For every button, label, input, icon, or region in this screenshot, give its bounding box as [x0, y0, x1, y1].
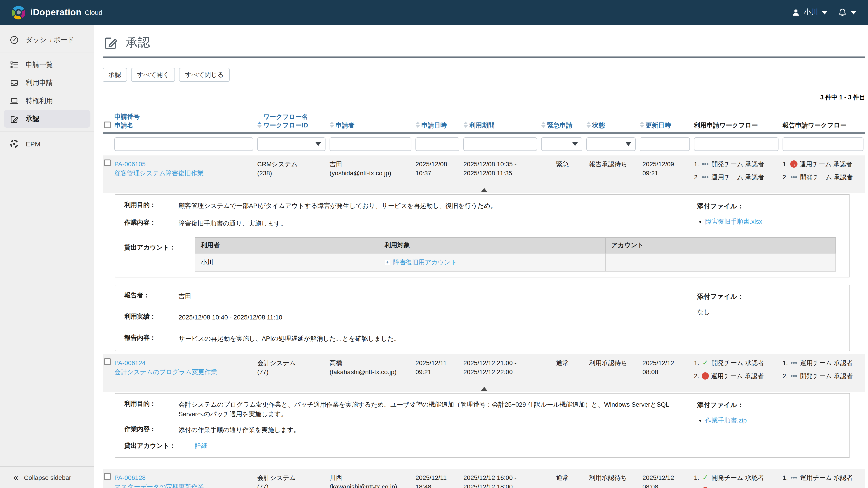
notifications-menu[interactable]	[838, 8, 856, 17]
column-label-app-name: 申請名	[114, 122, 133, 129]
sort-control-app-date[interactable]	[415, 122, 420, 130]
collapse-row-toggle[interactable]	[103, 385, 865, 392]
table-header-row: 申請番号 申請名 ワークフロー名 ワークフローID 申請者 申請日時	[103, 112, 865, 134]
column-header-applicant[interactable]: 申請者	[330, 121, 415, 130]
filter-report-workflow-input[interactable]	[782, 137, 864, 151]
table-row: PA-006105 顧客管理システム障害復旧作業 CRMシステム(238) 吉田…	[103, 156, 865, 193]
column-header-period[interactable]: 利用期間	[463, 121, 541, 130]
collapse-sidebar-button[interactable]: « Collapse sidebar	[0, 466, 94, 488]
collapse-row-toggle[interactable]	[103, 186, 865, 193]
user-caret-icon	[822, 11, 827, 14]
work-label: 作業内容：	[124, 219, 179, 228]
purpose-label: 利用目的：	[124, 400, 179, 419]
lend-account-table: 利用者 利用対象 アカウント 小川 障害復旧用アカウント	[195, 237, 836, 271]
report-workflow-cell: 1.運用チーム 承認者 2.開発チーム 承認者	[782, 473, 865, 488]
workflow-step-icon	[790, 487, 798, 488]
row-checkbox[interactable]	[104, 358, 111, 365]
list-icon	[9, 60, 19, 69]
work-value: 障害復旧手順書の通り、実施します。	[179, 219, 287, 228]
brand-logo-icon	[12, 6, 25, 19]
title-divider	[103, 57, 865, 58]
row-checkbox[interactable]	[104, 160, 111, 166]
record-count: 3 件中 1 - 3 件目	[103, 94, 865, 102]
application-id-link[interactable]: PA-006124	[114, 359, 146, 366]
brand-suffix: Cloud	[85, 8, 102, 16]
workflow-step-icon	[790, 173, 798, 181]
column-header-application[interactable]: 申請番号 申請名	[114, 112, 257, 130]
urgent-flag: 通常	[541, 358, 586, 385]
filter-application-input[interactable]	[114, 137, 253, 151]
app-root: iDoperation Cloud 小川	[0, 0, 868, 488]
row-checkbox[interactable]	[104, 473, 111, 480]
main-content: 承認 承認 すべて開く すべて閉じる 3 件中 1 - 3 件目 申請番号 申請…	[94, 25, 868, 488]
sidebar-item-label: 申請一覧	[26, 60, 53, 69]
sort-control-period[interactable]	[463, 122, 468, 130]
filter-app-date-input[interactable]	[415, 137, 459, 151]
bell-icon	[838, 8, 847, 17]
select-all-checkbox[interactable]	[104, 122, 111, 128]
approve-button[interactable]: 承認	[103, 68, 127, 82]
sidebar-item-use-request[interactable]: 利用申請	[4, 74, 90, 92]
account-target-link[interactable]: 障害復旧用アカウント	[393, 258, 457, 267]
application-name-link[interactable]: 会計システムのプログラム変更作業	[114, 368, 217, 376]
column-label-app-no: 申請番号	[114, 113, 140, 120]
status-text: 利用承認待ち	[586, 473, 640, 488]
workflow-step-icon	[702, 173, 709, 181]
filter-status-select[interactable]	[586, 137, 636, 151]
column-header-use-workflow: 利用申請ワークフロー	[694, 121, 782, 130]
sidebar-item-label: 利用申請	[26, 78, 53, 87]
purpose-value: 会計システムのプログラム変更作業と、パッチ適用作業を実施するため。ユーザ要望の機…	[179, 400, 677, 419]
collapse-chevrons-icon: «	[13, 473, 18, 482]
application-id-link[interactable]: PA-006128	[114, 474, 146, 481]
filter-use-workflow-input[interactable]	[694, 137, 778, 151]
workflow-step-icon	[790, 359, 798, 366]
column-label-wf-id: ワークフローID	[263, 122, 308, 129]
account-row: 小川 障害復旧用アカウント	[195, 253, 836, 271]
workflow-step-icon	[702, 359, 709, 366]
attachment-link[interactable]: 作業手順書.zip	[705, 417, 747, 425]
table-row: PA-006124 会計システムのプログラム変更作業 会計システム(77) 高橋…	[103, 354, 865, 392]
column-header-status[interactable]: 状態	[586, 121, 640, 130]
sidebar-item-privileged-use[interactable]: 特権利用	[4, 92, 90, 110]
close-all-button[interactable]: すべて閉じる	[179, 68, 230, 82]
sidebar-item-request-list[interactable]: 申請一覧	[4, 56, 90, 74]
work-value: 添付の作業手順の通り作業を実施します。	[179, 425, 300, 435]
account-target-cell: 障害復旧用アカウント	[379, 253, 606, 271]
sidebar-item-epm[interactable]: EPM	[4, 135, 90, 153]
filter-applicant-input[interactable]	[330, 137, 411, 151]
usage-label: 利用実績：	[124, 313, 179, 322]
expand-account-icon[interactable]	[384, 260, 390, 265]
select-caret-icon	[572, 142, 578, 146]
column-header-updated[interactable]: 更新日時	[640, 121, 694, 130]
column-header-workflow[interactable]: ワークフロー名 ワークフローID	[257, 112, 330, 130]
user-name: 小川	[804, 8, 818, 17]
sort-control-updated[interactable]	[640, 122, 644, 130]
top-header: iDoperation Cloud 小川	[0, 0, 868, 25]
column-header-app-date[interactable]: 申請日時	[415, 121, 463, 130]
attachment-link[interactable]: 障害復旧手順書.xlsx	[705, 218, 762, 226]
sidebar-item-approval[interactable]: 承認	[4, 110, 90, 128]
sort-control-status[interactable]	[586, 122, 591, 130]
sort-control-applicant[interactable]	[330, 122, 334, 130]
sidebar-item-dashboard[interactable]: ダッシュボード	[4, 31, 90, 49]
sidebar-item-label: EPM	[26, 140, 40, 148]
filter-updated-input[interactable]	[640, 137, 690, 151]
filter-urgent-select[interactable]	[541, 137, 582, 151]
sidebar-divider	[0, 131, 94, 131]
filter-period-input[interactable]	[463, 137, 537, 151]
sort-control-workflow[interactable]	[257, 122, 262, 130]
column-header-urgent[interactable]: 緊急申請	[541, 121, 586, 130]
workflow-step-icon	[702, 487, 709, 488]
application-name-link[interactable]: マスターデータの定期更新作業	[114, 483, 204, 488]
application-name-link[interactable]: 顧客管理システム障害復旧作業	[114, 169, 204, 177]
application-id-link[interactable]: PA-006105	[114, 160, 146, 168]
lend-account-label: 貸出アカウント：	[124, 442, 195, 450]
sort-control-urgent[interactable]	[541, 122, 546, 130]
user-menu[interactable]: 小川	[792, 8, 827, 17]
open-all-button[interactable]: すべて開く	[131, 68, 175, 82]
filter-workflow-select[interactable]	[257, 137, 326, 151]
lend-account-detail-link[interactable]: 詳細	[195, 442, 208, 450]
bullet-icon	[700, 420, 701, 422]
user-icon	[792, 8, 800, 17]
work-label: 作業内容：	[124, 425, 179, 435]
